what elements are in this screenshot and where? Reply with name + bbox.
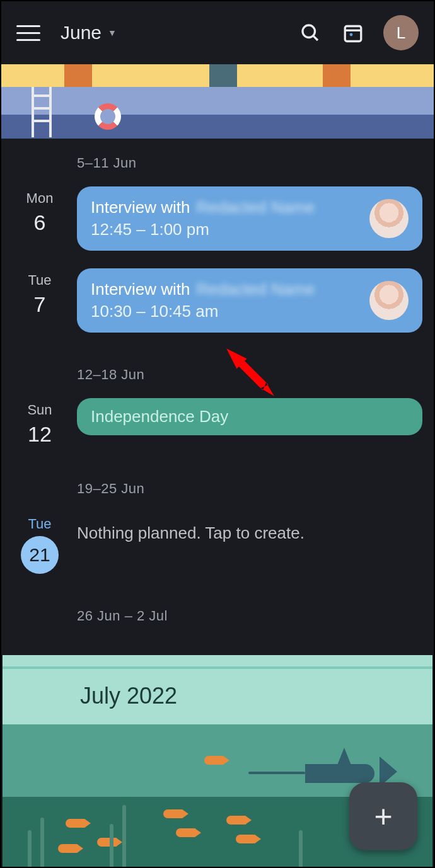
day-row: Sun 12 Independence Day <box>1 398 434 464</box>
month-dropdown[interactable]: June ▼ <box>61 22 117 43</box>
create-event-fab[interactable]: + <box>349 782 417 850</box>
day-row: Mon 6 Interview with Redacted Name 12:45… <box>1 186 434 268</box>
avatar-letter: L <box>397 23 405 43</box>
attendee-avatar <box>369 281 409 320</box>
next-month-title: July 2022 <box>80 683 177 709</box>
day-of-week: Tue <box>13 272 67 288</box>
event-title-prefix: Interview with <box>91 280 190 299</box>
app-header: June ▼ L <box>1 1 434 64</box>
day-of-week: Tue <box>13 516 67 532</box>
event-card[interactable]: Interview with Redacted Name 12:45 – 1:0… <box>77 186 422 251</box>
event-time: 10:30 – 10:45 am <box>91 302 315 321</box>
menu-icon[interactable] <box>16 21 40 45</box>
svg-point-4 <box>350 33 353 37</box>
day-header[interactable]: Tue 7 <box>13 268 67 317</box>
account-avatar[interactable]: L <box>383 15 419 50</box>
svg-rect-2 <box>345 26 361 42</box>
event-title-redacted: Redacted Name <box>197 280 315 299</box>
svg-line-1 <box>313 36 318 40</box>
event-title: Independence Day <box>91 407 228 426</box>
day-of-week: Mon <box>13 190 67 207</box>
day-number: 21 <box>29 544 50 566</box>
current-month: June <box>61 22 102 43</box>
day-number: 7 <box>13 292 67 317</box>
event-card-holiday[interactable]: Independence Day <box>77 398 422 435</box>
month-banner-june <box>1 64 434 139</box>
search-icon[interactable] <box>295 18 325 48</box>
plus-icon: + <box>374 798 392 835</box>
event-title-prefix: Interview with <box>91 198 190 217</box>
chevron-down-icon: ▼ <box>108 28 117 38</box>
today-indicator: 21 <box>21 536 59 574</box>
day-header[interactable]: Sun 12 <box>13 398 67 447</box>
day-number: 12 <box>13 422 67 447</box>
week-label: 5–11 Jun <box>1 139 434 186</box>
today-icon[interactable] <box>338 18 368 48</box>
week-label: 26 Jun – 2 Jul <box>1 591 434 639</box>
attendee-avatar <box>369 199 409 238</box>
event-title-redacted: Redacted Name <box>197 198 315 217</box>
day-row: Tue 7 Interview with Redacted Name 10:30… <box>1 268 434 350</box>
empty-day-prompt[interactable]: Nothing planned. Tap to create. <box>77 512 422 543</box>
day-header[interactable]: Mon 6 <box>13 186 67 235</box>
day-row: Tue 21 Nothing planned. Tap to create. <box>1 512 434 591</box>
event-time: 12:45 – 1:00 pm <box>91 220 315 239</box>
event-card[interactable]: Interview with Redacted Name 10:30 – 10:… <box>77 268 422 333</box>
week-label: 12–18 Jun <box>1 350 434 398</box>
day-number: 6 <box>13 210 67 235</box>
day-header-today[interactable]: Tue 21 <box>13 512 67 574</box>
svg-point-0 <box>303 25 315 38</box>
day-of-week: Sun <box>13 402 67 418</box>
week-label: 19–25 Jun <box>1 464 434 512</box>
